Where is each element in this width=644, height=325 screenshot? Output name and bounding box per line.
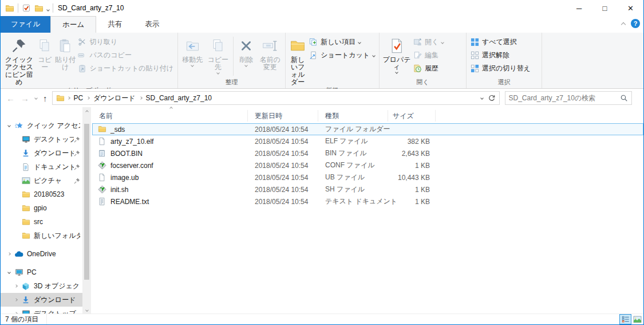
address-dropdown-icon[interactable]: [480, 96, 484, 100]
qat-properties-check-icon[interactable]: [22, 3, 31, 13]
collapse-ribbon-icon[interactable]: [622, 18, 625, 29]
back-icon[interactable]: ←: [6, 93, 15, 103]
chevron-right-icon[interactable]: [12, 299, 20, 301]
chevron-down-icon: [395, 71, 398, 74]
paste-button[interactable]: 貼り付け: [54, 34, 77, 71]
button-label: 貼り付け: [54, 56, 77, 71]
new-folder-button[interactable]: 新しいフォルダー: [288, 34, 307, 86]
tab-home[interactable]: ホーム: [50, 16, 96, 33]
tab-view[interactable]: 表示: [133, 16, 171, 33]
open-icon: [413, 38, 422, 46]
copy-button[interactable]: コピー: [35, 34, 54, 71]
sidebar-item-onedrive[interactable]: OneDrive: [1, 247, 82, 261]
move-to-button[interactable]: 移動先: [180, 34, 205, 66]
select-none-icon: [471, 51, 479, 60]
sidebar-item-downloads[interactable]: ダウンロード: [1, 146, 82, 160]
desktop-icon: [20, 135, 31, 143]
folder-icon: [20, 218, 31, 226]
file-row[interactable]: init.sh2018/05/24 10:54SH ファイル1 KB: [92, 183, 643, 195]
history-button[interactable]: 履歴: [412, 62, 445, 75]
properties-button[interactable]: プロパティ: [382, 34, 412, 73]
sidebar-item-src[interactable]: src: [1, 215, 82, 229]
file-row[interactable]: _sds2018/05/24 10:54ファイル フォルダー: [92, 123, 643, 135]
sidebar-item-pc[interactable]: PC: [1, 265, 82, 279]
open-button[interactable]: 開く: [412, 36, 445, 49]
delete-button[interactable]: 削除: [235, 34, 258, 66]
breadcrumb-chevron-icon[interactable]: [67, 96, 70, 100]
new-item-button[interactable]: 新しい項目: [307, 36, 377, 49]
file-row[interactable]: BOOT.BIN2018/05/24 10:54BIN ファイル2,643 KB: [92, 147, 643, 159]
qat-customize-dropdown-icon[interactable]: [47, 3, 49, 13]
thumbnail-view-button[interactable]: [631, 314, 643, 324]
forward-icon[interactable]: →: [21, 93, 29, 103]
paste-shortcut-button[interactable]: ショートカットの貼り付け: [76, 62, 175, 75]
chevron-right-icon[interactable]: [12, 285, 20, 287]
sidebar-item-folder-20180523[interactable]: 20180523: [1, 187, 82, 201]
file-row[interactable]: arty_z7_10.elf2018/05/24 10:54ELF ファイル38…: [92, 135, 643, 147]
status-bar: 7 個の項目: [1, 314, 643, 324]
cut-button[interactable]: 切り取り: [76, 36, 175, 49]
tab-share[interactable]: 共有: [96, 16, 133, 33]
chevron-down-icon: [244, 64, 248, 67]
scroll-up-icon[interactable]: [82, 107, 91, 116]
new-shortcut-button[interactable]: ショートカット: [307, 49, 377, 62]
sidebar-scrollbar[interactable]: [82, 107, 91, 314]
file-row[interactable]: README.txt2018/05/24 10:54テキスト ドキュメント1 K…: [92, 195, 643, 207]
button-label: プロパティ: [382, 56, 412, 71]
sidebar-item-documents[interactable]: ドキュメント: [1, 160, 82, 174]
sidebar-item-pc-downloads[interactable]: ダウンロード: [1, 293, 82, 307]
sidebar-item-label: デスクトップ: [34, 135, 74, 144]
breadcrumb-item[interactable]: ダウンロード: [91, 93, 137, 103]
copy-path-button[interactable]: パスのコピー: [76, 49, 175, 62]
breadcrumb-item[interactable]: SD_Card_arty_z7_10: [144, 94, 214, 102]
folder-icon: [20, 190, 31, 198]
select-all-icon: [471, 38, 479, 46]
file-row[interactable]: focserver.conf2018/05/24 10:54CONF ファイル1…: [92, 159, 643, 171]
file-size: 1 KB: [388, 162, 436, 170]
close-button[interactable]: ✕: [618, 0, 643, 16]
edit-button[interactable]: 編集: [412, 49, 445, 62]
address-box[interactable]: PCダウンロードSD_Card_arty_z7_10: [52, 91, 500, 105]
pin-to-quick-access-button[interactable]: クイック アクセスにピン留め: [3, 34, 35, 86]
up-icon[interactable]: ↑: [43, 93, 48, 103]
search-icon[interactable]: [620, 94, 628, 102]
breadcrumb-chevron-icon[interactable]: [86, 96, 90, 100]
chevron-down-icon[interactable]: [5, 124, 13, 127]
column-header-date[interactable]: 更新日時: [248, 110, 318, 122]
sidebar-item-label: 新しいフォルダー: [34, 231, 80, 241]
breadcrumb-item[interactable]: PC: [72, 94, 86, 102]
file-row[interactable]: image.ub2018/05/24 10:54UB ファイル10,443 KB: [92, 171, 643, 183]
download-icon: [20, 296, 31, 304]
sidebar-item-pictures[interactable]: ピクチャ: [1, 174, 82, 187]
rename-button[interactable]: 名前の変更: [258, 34, 283, 71]
copy-to-button[interactable]: コピー先: [205, 34, 231, 74]
breadcrumb-chevron-icon[interactable]: [139, 96, 143, 100]
select-all-button[interactable]: すべて選択: [469, 36, 532, 49]
new-item-icon: [309, 38, 318, 46]
invert-selection-button[interactable]: 選択の切り替え: [469, 62, 532, 75]
scroll-down-icon[interactable]: [82, 306, 91, 314]
sidebar-item-quick-access[interactable]: クイック アクセス: [1, 119, 82, 132]
scrollbar-thumb[interactable]: [84, 124, 89, 280]
qat-new-folder-icon[interactable]: [34, 4, 44, 13]
column-header-size[interactable]: サイズ: [388, 110, 436, 122]
minimize-button[interactable]: ─: [566, 0, 592, 16]
select-none-button[interactable]: 選択解除: [469, 49, 532, 62]
chevron-down-icon[interactable]: [5, 271, 13, 273]
search-input[interactable]: [509, 94, 620, 102]
chevron-right-icon[interactable]: [5, 253, 13, 255]
recent-locations-icon[interactable]: [34, 96, 38, 100]
refresh-icon[interactable]: [488, 94, 496, 102]
details-view-button[interactable]: [619, 314, 631, 324]
tab-file[interactable]: ファイル: [1, 16, 50, 33]
button-label: コピー: [35, 56, 54, 71]
column-header-name[interactable]: 名前: [92, 110, 248, 122]
column-header-type[interactable]: 種類: [318, 110, 388, 122]
maximize-button[interactable]: □: [592, 0, 618, 16]
sidebar-item-new-folder[interactable]: 新しいフォルダー: [1, 229, 82, 242]
sidebar-item-3d-objects[interactable]: 3D オブジェクト: [1, 279, 82, 293]
help-button[interactable]: ?: [631, 19, 640, 28]
sidebar-item-desktop[interactable]: デスクトップ: [1, 132, 82, 146]
sidebar-item-gpio[interactable]: gpio: [1, 201, 82, 215]
file-list-pane: 名前 更新日時 種類 サイズ _sds2018/05/24 10:54ファイル …: [91, 107, 643, 314]
